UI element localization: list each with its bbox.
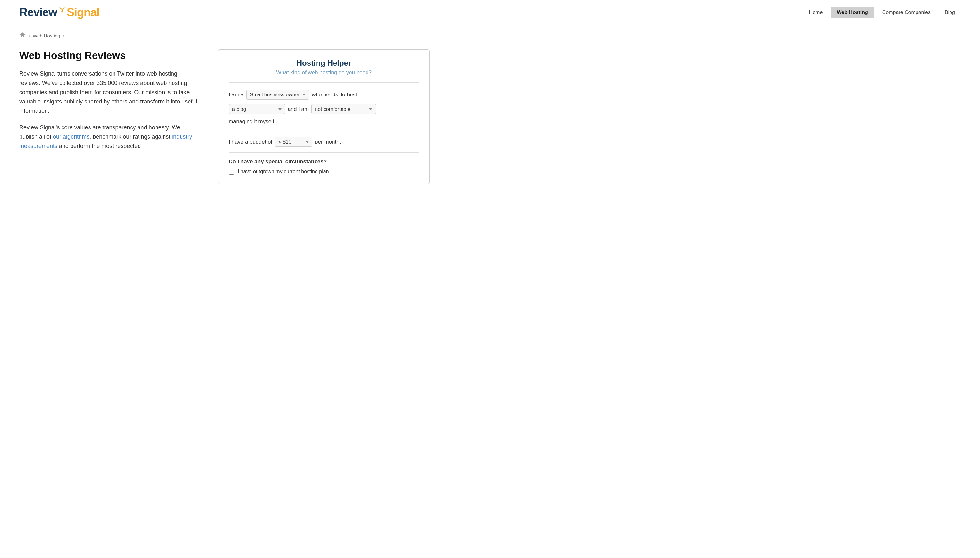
nav-blog[interactable]: Blog <box>939 7 961 18</box>
hosting-helper-box: Hosting Helper What kind of web hosting … <box>218 49 430 184</box>
host-type-arrow <box>278 108 282 110</box>
logo-signal-icon <box>58 7 67 16</box>
user-type-arrow <box>302 94 306 96</box>
user-type-select-wrapper[interactable]: Small business owner Blogger Developer E… <box>246 90 309 100</box>
breadcrumb-current: Web Hosting <box>33 33 60 38</box>
comfort-select-wrapper[interactable]: not comfortable somewhat comfortable ver… <box>311 104 376 114</box>
host-type-select[interactable]: a blog an ecommerce site a portfolio a w… <box>232 106 276 112</box>
logo: Review Signal <box>19 6 99 19</box>
helper-divider-1 <box>229 82 419 83</box>
helper-divider-3 <box>229 153 419 153</box>
comfort-select[interactable]: not comfortable somewhat comfortable ver… <box>315 106 367 112</box>
checkbox-row-1: I have outgrown my current hosting plan <box>229 169 419 175</box>
outgrown-checkbox[interactable] <box>229 169 234 175</box>
home-icon[interactable] <box>19 32 26 40</box>
to-host-label: to host <box>341 92 357 98</box>
outgrown-label: I have outgrown my current hosting plan <box>238 169 329 175</box>
helper-row-1: I am a Small business owner Blogger Deve… <box>229 90 419 100</box>
page-title: Web Hosting Reviews <box>19 49 199 61</box>
nav-web-hosting[interactable]: Web Hosting <box>831 7 873 18</box>
per-month-label: per month. <box>315 139 341 145</box>
body2-middle: , benchmark our ratings against <box>89 134 172 140</box>
breadcrumb: › Web Hosting › <box>0 25 980 46</box>
special-title: Do I have any special circumstances? <box>229 159 419 165</box>
budget-label: I have a budget of <box>229 139 272 145</box>
header: Review Signal Home Web Hosting Compare C… <box>0 0 980 25</box>
right-column: Hosting Helper What kind of web hosting … <box>218 49 430 184</box>
main-nav: Home Web Hosting Compare Companies Blog <box>803 7 961 18</box>
comfort-arrow <box>369 108 372 110</box>
body-paragraph-1: Review Signal turns conversations on Twi… <box>19 69 199 115</box>
who-needs-label: who needs <box>312 92 338 98</box>
helper-row-budget: I have a budget of < $10 $10 - $25 $25 -… <box>229 137 419 147</box>
left-column: Web Hosting Reviews Review Signal turns … <box>19 49 199 184</box>
body-paragraph-2: Review Signal's core values are transpar… <box>19 123 199 151</box>
helper-subtitle: What kind of web hosting do you need? <box>229 69 419 76</box>
algorithms-link[interactable]: our algorithms <box>53 134 89 140</box>
managing-label: managing it myself. <box>229 118 275 125</box>
breadcrumb-separator2: › <box>63 32 65 39</box>
body2-suffix: and perform the most respected <box>58 143 141 149</box>
breadcrumb-separator: › <box>28 32 30 39</box>
user-type-select[interactable]: Small business owner Blogger Developer E… <box>250 92 300 97</box>
logo-signal-text: Signal <box>67 6 99 19</box>
helper-row-2: a blog an ecommerce site a portfolio a w… <box>229 104 419 114</box>
helper-row-3: managing it myself. <box>229 118 419 125</box>
helper-title: Hosting Helper <box>229 59 419 67</box>
helper-divider-2 <box>229 131 419 131</box>
iam-label: I am a <box>229 92 244 98</box>
budget-select[interactable]: < $10 $10 - $25 $25 - $50 $50 - $100 > $… <box>278 139 303 144</box>
logo-review-text: Review <box>19 6 57 19</box>
and-i-am-label: and I am <box>288 106 309 112</box>
host-type-select-wrapper[interactable]: a blog an ecommerce site a portfolio a w… <box>229 104 285 114</box>
nav-compare-companies[interactable]: Compare Companies <box>876 7 936 18</box>
main-content: Web Hosting Reviews Review Signal turns … <box>0 46 449 197</box>
budget-arrow <box>306 141 309 143</box>
budget-select-wrapper[interactable]: < $10 $10 - $25 $25 - $50 $50 - $100 > $… <box>275 137 312 147</box>
nav-home[interactable]: Home <box>803 7 828 18</box>
